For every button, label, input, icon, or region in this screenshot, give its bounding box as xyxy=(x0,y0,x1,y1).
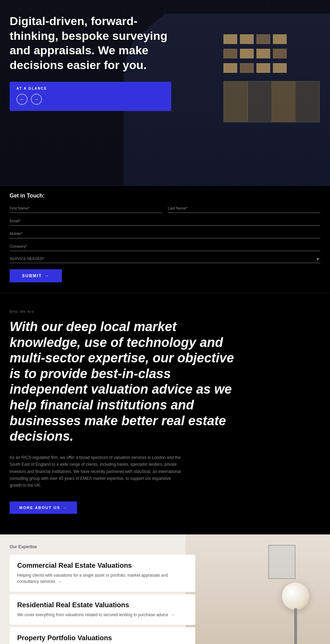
hero-title: Digital-driven, forward-thinking, bespok… xyxy=(10,14,175,72)
card-residential: Residential Real Estate Valuations We co… xyxy=(10,594,195,625)
more-about-label: MORE ABOUT US xyxy=(19,506,60,510)
card-commercial-title: Commercial Real Estate Valuations xyxy=(17,562,188,569)
card-commercial-arrow: → xyxy=(58,579,62,584)
first-name-input[interactable] xyxy=(10,204,162,213)
card-residential-title: Residential Real Estate Valuations xyxy=(17,601,188,609)
at-a-glance-label: AT A GLANCE xyxy=(16,87,164,90)
who-body: As an RICS-regulated firm, we offer a br… xyxy=(10,454,182,489)
hero-section: Digital-driven, forward-thinking, bespok… xyxy=(0,0,330,185)
mobile-input[interactable] xyxy=(10,229,320,238)
lamp-sphere xyxy=(282,583,309,610)
glance-prev-button[interactable]: ← xyxy=(16,94,28,105)
who-section: Who We Are With our deep local market kn… xyxy=(0,293,330,534)
expertise-cards-container: Commercial Real Estate Valuations Helpin… xyxy=(10,555,195,644)
form-row-company xyxy=(10,242,320,251)
card-portfolio-title: Property Portfolio Valuations xyxy=(17,634,188,642)
email-field xyxy=(10,216,320,226)
who-headline: With our deep local market knowledge, us… xyxy=(10,319,243,444)
more-about-arrow: → xyxy=(63,506,67,510)
contact-title: Get in Touch: xyxy=(10,193,320,199)
glance-arrows: ← → xyxy=(16,94,164,105)
form-row-mobile xyxy=(10,229,320,238)
expertise-header: Our Expertise xyxy=(0,534,330,555)
hero-content: Digital-driven, forward-thinking, bespok… xyxy=(10,14,175,111)
company-input[interactable] xyxy=(10,242,320,251)
service-select-wrapper: SERVICE NEEDED* Commercial Real Estate V… xyxy=(10,255,320,263)
submit-label: SUBMIT xyxy=(22,273,42,278)
who-label: Who We Are xyxy=(10,309,320,314)
more-about-button[interactable]: MORE ABOUT US → xyxy=(10,501,77,514)
last-name-input[interactable] xyxy=(168,204,320,213)
lamp-stand xyxy=(294,608,297,644)
glance-next-button[interactable]: → xyxy=(31,94,42,105)
form-row-email xyxy=(10,216,320,226)
at-a-glance-box: AT A GLANCE ← → xyxy=(10,82,171,111)
email-input[interactable] xyxy=(10,216,320,226)
form-row-service: SERVICE NEEDED* Commercial Real Estate V… xyxy=(10,255,320,263)
company-field xyxy=(10,242,320,251)
first-name-field xyxy=(10,204,162,213)
expertise-section: Our Expertise Commercial Real Estate Val… xyxy=(0,534,330,644)
service-field: SERVICE NEEDED* Commercial Real Estate V… xyxy=(10,255,320,263)
card-commercial: Commercial Real Estate Valuations Helpin… xyxy=(10,555,195,592)
service-select[interactable]: SERVICE NEEDED* Commercial Real Estate V… xyxy=(10,255,320,263)
expertise-label: Our Expertise xyxy=(10,544,320,549)
contact-section: Get in Touch: SERVICE NEEDED* Commercial… xyxy=(0,185,330,293)
card-residential-desc: We cover everything from valuations rela… xyxy=(17,612,188,618)
mobile-field xyxy=(10,229,320,238)
card-portfolio: Property Portfolio Valuations Red Book, … xyxy=(10,627,195,644)
last-name-field xyxy=(168,204,320,213)
card-commercial-desc: Helping clients with valuations for a si… xyxy=(17,572,188,585)
submit-button[interactable]: SUBMIT → xyxy=(10,269,62,282)
form-row-name xyxy=(10,204,320,213)
card-residential-arrow: → xyxy=(171,612,175,617)
submit-arrow: → xyxy=(45,273,50,278)
